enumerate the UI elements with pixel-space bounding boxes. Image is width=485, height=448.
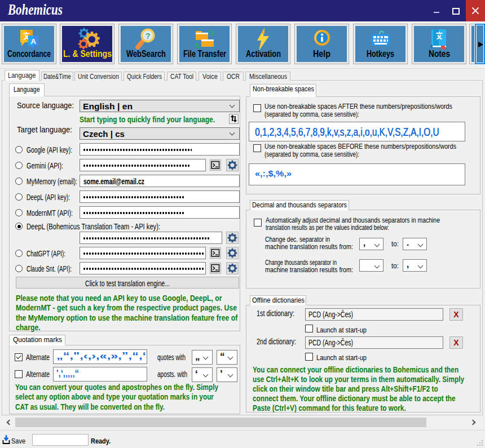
svg-text:?: ? (145, 31, 150, 41)
svg-text:A: A (30, 37, 36, 46)
